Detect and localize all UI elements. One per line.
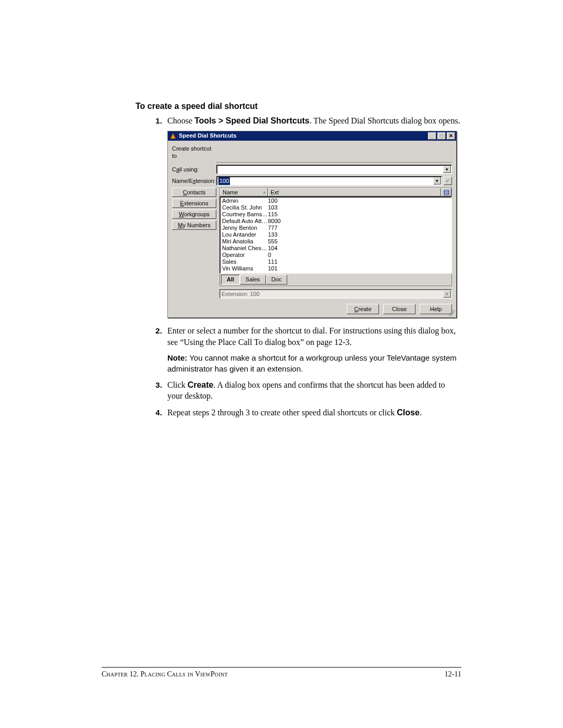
list-row[interactable]: Default Auto Atten…8000 [220, 218, 451, 225]
dropdown-icon[interactable]: ▾ [433, 177, 441, 184]
list-row[interactable]: Nathaniel Chestnut104 [220, 245, 451, 252]
svg-marker-0 [170, 133, 176, 139]
create-button[interactable]: Create [347, 304, 379, 314]
filter-tabs: All Sales Doc [219, 274, 452, 286]
list-row[interactable]: Lou Antander133 [220, 231, 451, 238]
svg-rect-1 [444, 190, 449, 195]
dialog-title: Speed Dial Shortcuts [179, 132, 237, 140]
contacts-button[interactable]: Contacts [172, 188, 216, 197]
tab-doc[interactable]: Doc [266, 275, 288, 285]
dropdown-icon[interactable]: ▾ [443, 166, 451, 173]
page-footer: Chapter 12. Placing Calls in ViewPoint 1… [102, 667, 461, 678]
dropdown-icon-disabled: ▾ [443, 290, 451, 298]
extensions-button[interactable]: Extensions [172, 199, 216, 208]
step2-text: Enter or select a number for the shortcu… [167, 326, 456, 347]
step4-pre: Repeat steps 2 through 3 to create other… [167, 408, 397, 417]
list-row[interactable]: Cecilia St. John103 [220, 204, 451, 211]
extension-display-field: Extension: 100 ▾ [219, 289, 452, 299]
step4-bold: Close [397, 408, 420, 417]
screenshot-container: Speed Dial Shortcuts _ □ ✕ Create shortc… [167, 131, 461, 318]
sort-asc-icon: ▴ [263, 190, 265, 195]
footer-chapter: Chapter 12. Placing Calls in ViewPoint [102, 670, 228, 678]
check-icon-button[interactable]: ✓ [444, 177, 452, 185]
dialog-buttons: Create Close Help [172, 304, 452, 314]
list-row[interactable]: Miri Anatolia555 [220, 238, 451, 245]
note-body: You cannot make a shortcut for a workgro… [167, 353, 457, 373]
step2-note: Note: You cannot make a shortcut for a w… [167, 353, 461, 374]
tab-sales[interactable]: Sales [240, 275, 266, 285]
my-numbers-button[interactable]: My Numbers [172, 220, 216, 230]
name-ext-value: 100 [218, 177, 230, 185]
list-row[interactable]: Vin Williams101 [220, 265, 451, 272]
close-button[interactable]: Close [383, 304, 415, 314]
list-row[interactable]: Sales111 [220, 258, 451, 265]
extension-display-text: Extension: 100 [222, 290, 260, 298]
step4-post: . [420, 408, 422, 417]
divider [216, 162, 452, 163]
list-row[interactable]: Jenny Benton777 [220, 225, 451, 231]
category-buttons: Contacts Extensions Workgroups My Number… [172, 188, 216, 230]
list-options-icon[interactable] [441, 188, 451, 196]
close-window-button[interactable]: ✕ [447, 132, 455, 140]
call-using-combo[interactable]: ▾ [216, 165, 452, 174]
create-shortcut-to-label: Create shortcut to [172, 145, 216, 161]
step3-bold: Create [188, 380, 214, 389]
tab-all[interactable]: All [221, 275, 240, 285]
footer-pagenum: 12-11 [445, 670, 461, 678]
list-header: Name▴ Ext [219, 188, 452, 196]
name-ext-combo[interactable]: 100 ▾ [216, 176, 442, 186]
document-page: To create a speed dial shortcut Choose T… [0, 0, 563, 728]
app-icon [169, 132, 177, 140]
step1-pre: Choose [167, 116, 194, 125]
step1-menu-path: Tools > Speed Dial Shortcuts [194, 116, 310, 125]
step-3: Click Create. A dialog box opens and con… [164, 379, 461, 402]
minimize-button[interactable]: _ [428, 132, 436, 140]
section-heading: To create a speed dial shortcut [136, 102, 461, 111]
step3-pre: Click [167, 380, 188, 389]
help-button[interactable]: Help [420, 304, 452, 314]
note-label: Note: [167, 353, 187, 362]
maximize-button[interactable]: □ [437, 132, 446, 140]
list-area: Name▴ Ext Admin100 [219, 188, 452, 299]
step1-post: . The Speed Dial Shortcuts dialog box op… [310, 116, 460, 125]
call-using-label: Call using: [172, 166, 216, 174]
list-row[interactable]: Admin100 [220, 198, 451, 204]
workgroups-button[interactable]: Workgroups [172, 209, 216, 219]
col-name-header[interactable]: Name▴ [220, 188, 268, 196]
col-ext-header[interactable]: Ext [268, 188, 441, 196]
speed-dial-dialog: Speed Dial Shortcuts _ □ ✕ Create shortc… [167, 131, 457, 318]
titlebar[interactable]: Speed Dial Shortcuts _ □ ✕ [168, 131, 456, 141]
name-ext-label: Name/Extension: [172, 177, 216, 185]
step-1: Choose Tools > Speed Dial Shortcuts. The… [164, 115, 461, 318]
list-row[interactable]: Operator0 [220, 252, 451, 258]
steps-list: Choose Tools > Speed Dial Shortcuts. The… [136, 115, 461, 418]
extensions-listbox[interactable]: Admin100 Cecilia St. John103 Courtney Ba… [219, 196, 452, 274]
list-row[interactable]: Courtney Barnstable115 [220, 211, 451, 218]
step-2: Enter or select a number for the shortcu… [164, 325, 461, 374]
step-4: Repeat steps 2 through 3 to create other… [164, 407, 461, 418]
